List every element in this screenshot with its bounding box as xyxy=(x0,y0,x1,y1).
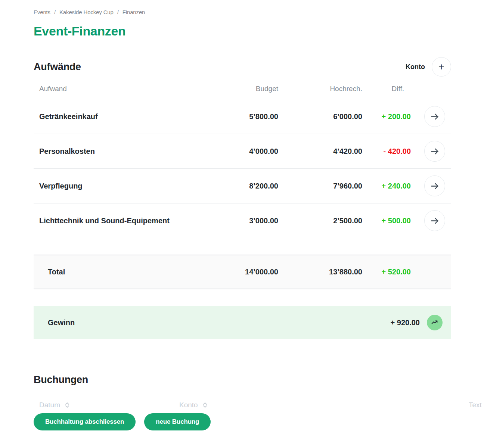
datum-label: Datum xyxy=(39,401,60,409)
gewinn-trend-button[interactable] xyxy=(427,315,443,330)
arrow-right-icon xyxy=(430,112,440,122)
aufwand-name: Verpflegung xyxy=(34,182,211,190)
breadcrumb: Events / Kakeside Hockey Cup / Finanzen xyxy=(34,9,451,15)
total-hochrech: 13’880.00 xyxy=(278,268,362,276)
table-row: Getränkeeinkauf 5’800.00 6’000.00 + 200.… xyxy=(34,99,451,134)
aufwand-diff: + 200.00 xyxy=(362,112,411,121)
aufwand-budget: 8’200.00 xyxy=(211,182,278,190)
column-header-diff: Diff. xyxy=(362,85,411,93)
text-col-label: Text xyxy=(469,401,482,409)
neue-buchung-button[interactable]: neue Buchung xyxy=(144,413,211,430)
action-button-bar: Buchhaltung abschliessen neue Buchung xyxy=(34,413,451,430)
aufwand-diff: - 420.00 xyxy=(362,147,411,156)
column-header-konto[interactable]: Konto xyxy=(179,401,208,409)
table-row: Personalkosten 4’000.00 4’420.00 - 420.0… xyxy=(34,134,451,169)
open-detail-button[interactable] xyxy=(424,141,445,162)
total-label: Total xyxy=(34,268,211,276)
aufwand-name: Getränkeeinkauf xyxy=(34,112,211,121)
aufwand-name: Lichttechnik und Sound-Equipement xyxy=(34,217,211,225)
aufwand-diff: + 240.00 xyxy=(362,182,411,190)
total-budget: 14’000.00 xyxy=(211,268,278,276)
total-diff: + 520.00 xyxy=(362,268,411,276)
total-row: Total 14’000.00 13’880.00 + 520.00 xyxy=(34,255,451,289)
gewinn-label: Gewinn xyxy=(48,318,391,327)
aufwand-hochrech: 4’420.00 xyxy=(278,147,362,156)
buchungen-heading: Buchungen xyxy=(34,374,451,386)
breadcrumb-item-event[interactable]: Kakeside Hockey Cup xyxy=(59,9,114,15)
arrow-right-icon xyxy=(430,181,440,191)
open-detail-button[interactable] xyxy=(424,106,445,127)
breadcrumb-item-finanzen[interactable]: Finanzen xyxy=(122,9,145,15)
sort-icon[interactable] xyxy=(65,401,70,409)
gewinn-row: Gewinn + 920.00 xyxy=(34,306,451,339)
table-row: Lichttechnik und Sound-Equipement 3’000.… xyxy=(34,203,451,238)
konto-col-label: Konto xyxy=(179,401,198,409)
aufwand-hochrech: 6’000.00 xyxy=(278,112,362,121)
breadcrumb-separator: / xyxy=(117,9,119,15)
konto-add-group: Konto + xyxy=(406,57,451,77)
column-header-aufwand: Aufwand xyxy=(34,85,211,93)
aufwand-budget: 3’000.00 xyxy=(211,217,278,225)
aufwand-hochrech: 7’960.00 xyxy=(278,182,362,190)
aufwaende-section-header: Aufwände Konto + xyxy=(34,57,451,77)
breadcrumb-item-events[interactable]: Events xyxy=(34,9,50,15)
page-title: Event-Finanzen xyxy=(34,24,451,38)
open-detail-button[interactable] xyxy=(424,210,445,231)
arrow-right-icon xyxy=(430,216,440,226)
column-header-budget: Budget xyxy=(211,85,278,93)
buchungen-table-header: Datum Konto Text xyxy=(34,401,451,411)
page-content: Events / Kakeside Hockey Cup / Finanzen … xyxy=(34,0,451,430)
aufwaende-heading: Aufwände xyxy=(34,61,81,73)
column-header-hochrech: Hochrech. xyxy=(278,85,362,93)
konto-label: Konto xyxy=(406,63,425,71)
column-header-datum[interactable]: Datum xyxy=(39,401,70,409)
aufwand-budget: 5’800.00 xyxy=(211,112,278,121)
table-row: Verpflegung 8’200.00 7’960.00 + 240.00 xyxy=(34,169,451,203)
aufwaende-table-body: Getränkeeinkauf 5’800.00 6’000.00 + 200.… xyxy=(34,99,451,238)
buchhaltung-abschliessen-button[interactable]: Buchhaltung abschliessen xyxy=(34,413,136,430)
sort-icon[interactable] xyxy=(202,401,208,409)
add-konto-button[interactable]: + xyxy=(432,57,451,77)
breadcrumb-separator: / xyxy=(54,9,56,15)
open-detail-button[interactable] xyxy=(424,175,445,196)
gewinn-value: + 920.00 xyxy=(391,318,420,327)
aufwand-hochrech: 2’500.00 xyxy=(278,217,362,225)
aufwand-name: Personalkosten xyxy=(34,147,211,156)
column-header-text: Text xyxy=(469,401,482,409)
aufwand-diff: + 500.00 xyxy=(362,217,411,225)
plus-icon: + xyxy=(438,62,444,72)
arrow-right-icon xyxy=(430,146,440,156)
trending-up-icon xyxy=(431,318,439,327)
aufwand-budget: 4’000.00 xyxy=(211,147,278,156)
aufwaende-table-header: Aufwand Budget Hochrech. Diff. xyxy=(34,85,451,99)
